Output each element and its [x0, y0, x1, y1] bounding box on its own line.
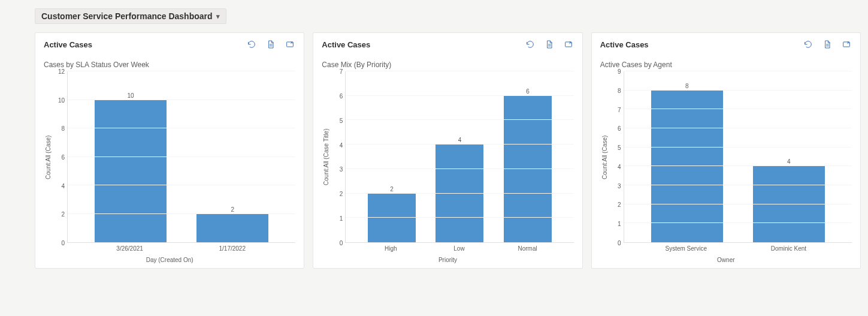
chart-sla-status: Count:All (Case) 024681012 102 3/26/2021…: [44, 71, 295, 263]
bar[interactable]: 2: [368, 71, 416, 242]
chart-by-agent: Count:All (Case) 0123456789 84 System Se…: [600, 71, 852, 263]
plot-area: 102: [67, 71, 295, 243]
y-tick: 4: [61, 182, 65, 189]
y-tick: 7: [618, 106, 621, 113]
chart-case-mix: Count:All (Case Title) 01234567 246 High…: [322, 71, 573, 263]
bar-value-label: 6: [526, 88, 530, 95]
y-tick: 9: [618, 68, 621, 75]
plot-area: 246: [345, 71, 573, 243]
bar-rect[interactable]: [504, 96, 552, 242]
card-case-mix: Active Cases Case Mix (By Priority) Coun…: [313, 32, 582, 269]
bar-rect[interactable]: [95, 100, 167, 243]
card-actions: [246, 39, 295, 50]
y-tick: 6: [61, 154, 65, 161]
x-tick: Normal: [504, 243, 552, 252]
chart-subtitle: Active Cases by Agent: [600, 61, 852, 69]
bar[interactable]: 2: [196, 71, 268, 242]
card-header: Active Cases: [322, 39, 573, 50]
x-axis: System ServiceDominic Kent: [623, 243, 852, 252]
y-tick: 5: [340, 117, 343, 124]
y-axis: 01234567: [331, 71, 345, 243]
x-tick: High: [367, 243, 415, 252]
chart-subtitle: Case Mix (By Priority): [322, 61, 573, 69]
bars: 246: [346, 71, 573, 242]
bars: 102: [68, 71, 295, 242]
chart-subtitle: Cases by SLA Status Over Week: [44, 61, 295, 69]
bar-value-label: 10: [128, 92, 134, 99]
bar[interactable]: 8: [651, 71, 723, 242]
x-axis-label: Owner: [600, 257, 852, 263]
card-title: Active Cases: [600, 40, 803, 49]
y-tick: 1: [340, 215, 343, 222]
y-tick: 10: [58, 97, 65, 103]
card-title: Active Cases: [44, 40, 246, 49]
plot-area: 84: [624, 71, 852, 243]
y-tick: 0: [61, 240, 65, 246]
x-tick: Low: [435, 243, 483, 252]
view-records-icon[interactable]: [822, 39, 833, 50]
x-tick: System Service: [650, 243, 722, 252]
x-axis-label: Priority: [322, 257, 573, 263]
bar-value-label: 2: [231, 206, 234, 213]
card-header: Active Cases: [600, 39, 852, 50]
y-axis-label: Count:All (Case): [44, 71, 53, 243]
x-tick: 1/17/2022: [196, 243, 268, 252]
bar-rect[interactable]: [196, 214, 268, 243]
bar[interactable]: 4: [753, 71, 825, 242]
y-tick: 0: [340, 240, 343, 246]
x-tick: Dominic Kent: [752, 243, 824, 252]
y-tick: 2: [61, 211, 65, 218]
y-tick: 3: [340, 166, 343, 173]
refresh-icon[interactable]: [246, 39, 257, 50]
y-axis: 0123456789: [609, 71, 624, 243]
bar[interactable]: 10: [95, 71, 167, 242]
y-tick: 2: [618, 201, 621, 208]
y-axis-label: Count:All (Case Title): [322, 71, 331, 243]
bar-value-label: 8: [685, 83, 689, 89]
dashboard-selector[interactable]: Customer Service Performance Dashboard ▾: [35, 8, 226, 24]
refresh-icon[interactable]: [525, 39, 536, 50]
expand-icon[interactable]: [285, 39, 295, 50]
y-tick: 7: [340, 68, 343, 75]
bar-value-label: 2: [390, 186, 394, 192]
y-tick: 2: [340, 191, 343, 197]
x-axis-label: Day (Created On): [44, 257, 295, 263]
y-tick: 1: [618, 221, 621, 227]
card-title: Active Cases: [322, 40, 524, 49]
y-tick: 6: [618, 125, 621, 132]
card-actions: [525, 39, 574, 50]
x-tick: 3/26/2021: [94, 243, 166, 252]
bar[interactable]: 4: [435, 71, 483, 242]
y-tick: 3: [618, 182, 621, 189]
y-tick: 6: [340, 92, 343, 99]
y-tick: 0: [618, 240, 621, 246]
card-actions: [803, 39, 852, 50]
view-records-icon[interactable]: [265, 39, 276, 50]
x-axis: HighLowNormal: [344, 243, 573, 252]
expand-icon[interactable]: [563, 39, 574, 50]
y-tick: 8: [618, 87, 621, 94]
bar-value-label: 4: [787, 158, 791, 165]
y-tick: 5: [618, 145, 621, 151]
y-tick: 12: [58, 68, 65, 75]
y-tick: 4: [618, 163, 621, 170]
expand-icon[interactable]: [841, 39, 852, 50]
y-tick: 4: [340, 142, 343, 148]
bar[interactable]: 6: [504, 71, 552, 242]
y-tick: 8: [61, 125, 65, 132]
bar-rect[interactable]: [435, 145, 483, 242]
refresh-icon[interactable]: [803, 39, 813, 50]
card-sla-status: Active Cases Cases by SLA Status Over We…: [35, 32, 304, 269]
view-records-icon[interactable]: [544, 39, 555, 50]
y-axis-label: Count:All (Case): [600, 71, 609, 243]
x-axis: 3/26/20211/17/2022: [66, 243, 295, 252]
bar-value-label: 4: [458, 137, 462, 143]
card-by-agent: Active Cases Active Cases by Agent Count…: [591, 32, 861, 269]
dashboard-title: Customer Service Performance Dashboard: [41, 11, 213, 21]
y-axis: 024681012: [53, 71, 67, 243]
bar-rect[interactable]: [753, 166, 825, 242]
chevron-down-icon: ▾: [216, 13, 220, 20]
card-header: Active Cases: [44, 39, 295, 50]
bars: 84: [624, 71, 852, 242]
dashboard-cards-row: Active Cases Cases by SLA Status Over We…: [35, 32, 861, 269]
